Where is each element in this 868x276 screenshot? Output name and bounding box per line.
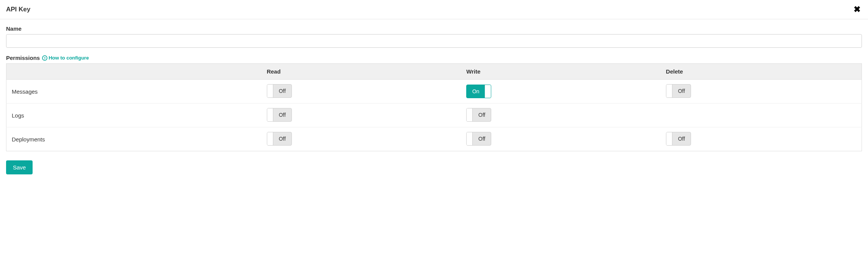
how-to-configure-link[interactable]: ? How to configure (42, 55, 89, 61)
cell-delete: Off (662, 127, 862, 151)
col-read: Read (263, 64, 463, 80)
toggle-label: Off (473, 112, 491, 118)
cell-delete: Off (662, 80, 862, 104)
cell-read: Off (263, 80, 463, 104)
toggle-logs-read[interactable]: Off (267, 108, 292, 122)
permissions-header-row: Read Write Delete (6, 64, 862, 80)
help-link-text: How to configure (49, 55, 89, 61)
toggle-knob (267, 85, 273, 97)
modal-header: API Key ✖ (0, 0, 868, 19)
col-resource (6, 64, 263, 80)
cell-write: On (462, 80, 662, 104)
toggle-knob (485, 85, 491, 98)
toggle-label: Off (473, 136, 491, 142)
toggle-messages-write[interactable]: On (466, 85, 491, 98)
col-delete: Delete (662, 64, 862, 80)
toggle-label: On (467, 88, 485, 94)
toggle-knob (467, 108, 473, 121)
api-key-modal: API Key ✖ Name Permissions ? How to conf… (0, 0, 868, 180)
toggle-knob (267, 108, 273, 121)
modal-body: Name Permissions ? How to configure Read… (0, 19, 868, 154)
name-label: Name (6, 25, 862, 32)
toggle-label: Off (672, 136, 691, 142)
col-write: Write (462, 64, 662, 80)
cell-write: Off (462, 127, 662, 151)
close-icon[interactable]: ✖ (852, 5, 862, 14)
help-icon: ? (42, 55, 47, 61)
modal-footer: Save (0, 154, 868, 180)
permissions-label: Permissions ? How to configure (6, 55, 862, 61)
cell-write: Off (462, 104, 662, 127)
resource-name: Messages (6, 80, 263, 104)
svg-text:?: ? (44, 56, 46, 60)
toggle-logs-write[interactable]: Off (466, 108, 491, 122)
table-row: DeploymentsOffOffOff (6, 127, 862, 151)
cell-read: Off (263, 104, 463, 127)
permissions-label-text: Permissions (6, 55, 40, 61)
table-row: MessagesOffOnOff (6, 80, 862, 104)
resource-name: Logs (6, 104, 263, 127)
permissions-table: Read Write Delete MessagesOffOnOffLogsOf… (6, 63, 862, 151)
toggle-knob (666, 132, 672, 145)
toggle-label: Off (672, 88, 691, 94)
toggle-knob (467, 132, 473, 145)
cell-read: Off (263, 127, 463, 151)
toggle-knob (267, 132, 273, 145)
toggle-label: Off (273, 136, 291, 142)
toggle-deployments-read[interactable]: Off (267, 132, 292, 146)
modal-title: API Key (6, 6, 30, 13)
save-button[interactable]: Save (6, 160, 33, 174)
toggle-deployments-delete[interactable]: Off (666, 132, 691, 146)
cell-delete (662, 104, 862, 127)
toggle-label: Off (273, 88, 291, 94)
toggle-label: Off (273, 112, 291, 118)
toggle-messages-delete[interactable]: Off (666, 84, 691, 98)
resource-name: Deployments (6, 127, 263, 151)
toggle-deployments-write[interactable]: Off (466, 132, 491, 146)
toggle-knob (666, 85, 672, 97)
table-row: LogsOffOff (6, 104, 862, 127)
toggle-messages-read[interactable]: Off (267, 84, 292, 98)
name-input[interactable] (6, 34, 862, 48)
